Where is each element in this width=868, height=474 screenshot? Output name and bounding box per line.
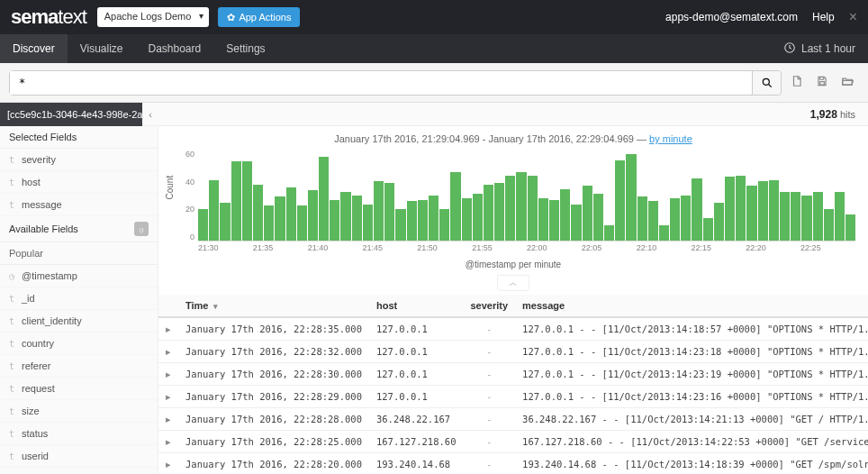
histogram-bar[interactable]: [659, 225, 669, 241]
open-folder-icon[interactable]: [841, 75, 854, 90]
histogram-bar[interactable]: [516, 172, 526, 241]
histogram-bar[interactable]: [648, 201, 658, 241]
histogram-bar[interactable]: [714, 203, 724, 241]
field-severity[interactable]: tseverity: [0, 149, 158, 171]
histogram-bar[interactable]: [528, 176, 538, 241]
table-row[interactable]: ▸January 17th 2016, 22:28:32.000127.0.0.…: [158, 341, 868, 363]
histogram-bar[interactable]: [484, 185, 493, 241]
field-clientidentity[interactable]: tclient_identity: [0, 310, 158, 333]
histogram-bar[interactable]: [670, 198, 680, 241]
field-country[interactable]: tcountry: [0, 333, 158, 355]
search-button[interactable]: [752, 71, 781, 95]
table-row[interactable]: ▸January 17th 2016, 22:28:29.000127.0.0.…: [158, 386, 868, 408]
nav-tab-dashboard[interactable]: Dashboard: [136, 34, 214, 63]
nav-tab-discover[interactable]: Discover: [0, 34, 68, 63]
histogram-bar[interactable]: [583, 186, 592, 241]
histogram-bar[interactable]: [824, 209, 834, 241]
field-size[interactable]: tsize: [0, 400, 158, 423]
field-timestamp[interactable]: ◷@timestamp: [0, 265, 158, 287]
field-host[interactable]: thost: [0, 171, 158, 194]
table-row[interactable]: ▸January 17th 2016, 22:28:20.000193.240.…: [158, 453, 868, 475]
histogram-bar[interactable]: [363, 205, 373, 241]
histogram-bar[interactable]: [374, 181, 384, 241]
collapse-sidebar-icon[interactable]: ‹: [142, 109, 158, 120]
histogram-bar[interactable]: [813, 192, 823, 241]
histogram-bar[interactable]: [384, 183, 394, 241]
search-input[interactable]: [10, 71, 752, 95]
histogram-bar[interactable]: [220, 203, 230, 241]
histogram-bar[interactable]: [505, 176, 515, 241]
histogram-bar[interactable]: [549, 200, 559, 241]
histogram-bar[interactable]: [209, 180, 219, 241]
histogram-bar[interactable]: [462, 198, 472, 241]
expand-row-icon[interactable]: ▸: [158, 341, 178, 363]
field-status[interactable]: tstatus: [0, 423, 158, 445]
histogram-bar[interactable]: [395, 209, 405, 241]
field-id[interactable]: t_id: [0, 287, 158, 310]
field-referer[interactable]: treferer: [0, 355, 158, 378]
histogram-bar[interactable]: [593, 194, 603, 241]
histogram-bar[interactable]: [450, 172, 460, 241]
save-icon[interactable]: [816, 75, 828, 90]
expand-row-icon[interactable]: ▸: [158, 431, 178, 453]
expand-row-icon[interactable]: ▸: [158, 363, 178, 386]
expand-row-icon[interactable]: ▸: [158, 386, 178, 408]
histogram-bar[interactable]: [845, 214, 855, 241]
expand-row-icon[interactable]: ▸: [158, 317, 178, 341]
collapse-chart-icon[interactable]: ︿: [497, 275, 529, 291]
histogram-bar[interactable]: [538, 198, 548, 241]
histogram-chart[interactable]: Count 6040200 21:3021:3521:4021:4521:502…: [171, 150, 855, 258]
histogram-bar[interactable]: [769, 180, 779, 241]
histogram-bar[interactable]: [297, 205, 307, 241]
histogram-bar[interactable]: [407, 201, 417, 241]
user-email[interactable]: apps-demo@sematext.com: [665, 11, 798, 23]
col-severity[interactable]: severity: [463, 295, 515, 317]
histogram-bar[interactable]: [340, 192, 350, 241]
table-row[interactable]: ▸January 17th 2016, 22:28:28.00036.248.2…: [158, 408, 868, 431]
table-row[interactable]: ▸January 17th 2016, 22:28:25.000167.127.…: [158, 431, 868, 453]
col-host[interactable]: host: [369, 295, 464, 317]
index-breadcrumb[interactable]: [cc5e9c1b-3046-4e43-998e-2a...: [0, 103, 142, 126]
histogram-bar[interactable]: [494, 183, 504, 241]
time-range-picker[interactable]: Last 1 hour: [801, 42, 855, 55]
histogram-bar[interactable]: [681, 196, 691, 242]
histogram-bar[interactable]: [560, 189, 570, 241]
app-selector-dropdown[interactable]: Apache Logs Demo: [97, 7, 210, 27]
close-icon[interactable]: ×: [849, 9, 857, 25]
histogram-bar[interactable]: [308, 190, 318, 241]
histogram-bar[interactable]: [352, 196, 362, 242]
expand-row-icon[interactable]: ▸: [158, 408, 178, 431]
histogram-bar[interactable]: [253, 185, 263, 241]
histogram-bar[interactable]: [429, 196, 439, 242]
histogram-bar[interactable]: [835, 192, 845, 241]
help-link[interactable]: Help: [812, 11, 835, 23]
histogram-bar[interactable]: [275, 196, 285, 241]
histogram-bar[interactable]: [801, 196, 811, 242]
field-index[interactable]: t_index: [0, 468, 158, 474]
histogram-bar[interactable]: [198, 209, 208, 241]
fields-settings-icon[interactable]: ☼: [134, 222, 149, 236]
histogram-bar[interactable]: [286, 187, 296, 241]
histogram-bar[interactable]: [703, 218, 713, 241]
histogram-bar[interactable]: [725, 177, 735, 241]
col-message[interactable]: message: [515, 295, 868, 317]
nav-tab-visualize[interactable]: Visualize: [68, 34, 136, 63]
histogram-bar[interactable]: [791, 192, 800, 241]
histogram-bar[interactable]: [626, 154, 636, 241]
app-actions-button[interactable]: ✿ App Actions: [218, 7, 300, 27]
histogram-bar[interactable]: [736, 176, 746, 241]
brand-logo[interactable]: sematext: [11, 5, 86, 29]
histogram-bar[interactable]: [264, 205, 274, 241]
histogram-bar[interactable]: [418, 200, 428, 241]
table-row[interactable]: ▸January 17th 2016, 22:28:35.000127.0.0.…: [158, 317, 868, 341]
histogram-bar[interactable]: [746, 186, 756, 241]
histogram-bar[interactable]: [692, 178, 701, 241]
histogram-bar[interactable]: [637, 196, 647, 241]
histogram-bar[interactable]: [758, 181, 768, 241]
table-row[interactable]: ▸January 17th 2016, 22:28:30.000127.0.0.…: [158, 363, 868, 386]
histogram-bar[interactable]: [231, 161, 241, 241]
nav-tab-settings[interactable]: Settings: [213, 34, 277, 63]
histogram-bar[interactable]: [439, 209, 449, 241]
new-icon[interactable]: [791, 75, 803, 90]
field-message[interactable]: tmessage: [0, 194, 158, 216]
